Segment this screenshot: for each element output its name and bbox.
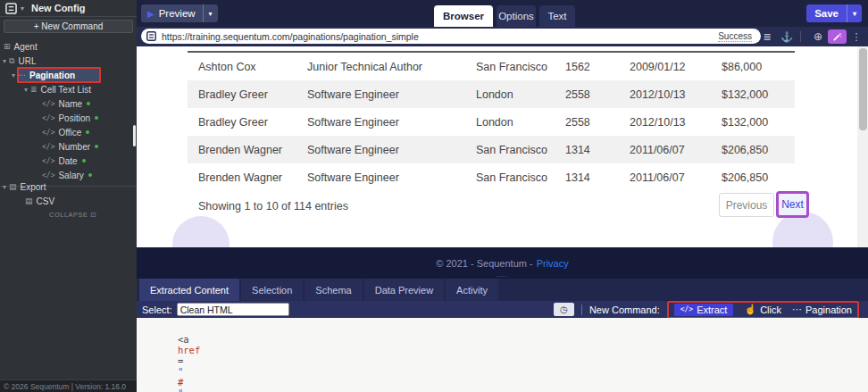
preview-button[interactable]: ▶ Preview ▾ xyxy=(141,4,218,22)
tab-activity[interactable]: Activity xyxy=(446,279,498,301)
tree-item-url[interactable]: ▾ ⧉ URL xyxy=(0,54,137,68)
save-button[interactable]: Save ▾ xyxy=(806,4,862,22)
pagination-command-button[interactable]: ⋯ Pagination xyxy=(792,304,852,315)
cell-date: 2011/06/07 xyxy=(630,144,722,156)
tree-item-name[interactable]: </> Name xyxy=(0,96,137,111)
list-icon[interactable]: ≣ xyxy=(760,27,774,46)
version-statusbar: © 2026 Sequentum | Version: 1.16.0 xyxy=(0,379,137,392)
tree-item-cell-text-list[interactable]: ▾ ≣ Cell Text List xyxy=(0,82,137,96)
config-header: ▾ New Config xyxy=(0,0,137,17)
caret-down-icon[interactable]: ▾ xyxy=(0,57,9,65)
caret-down-icon[interactable]: ▾ xyxy=(9,71,18,79)
tree-item-position[interactable]: </> Position xyxy=(0,111,137,125)
code-tag: = xyxy=(178,355,183,366)
cell-name: Brenden Wagner xyxy=(188,144,307,156)
globe-icon[interactable]: ⊕ xyxy=(811,27,825,46)
table-row[interactable]: Ashton Cox Junior Technical Author San F… xyxy=(188,53,795,80)
sidebar-scrollbar-thumb[interactable] xyxy=(133,125,136,146)
code-icon: </> xyxy=(42,100,54,108)
anchor-icon[interactable]: ⚓ xyxy=(780,27,794,46)
csv-file-icon: ▤ xyxy=(25,196,33,205)
tree-label-salary: Salary xyxy=(58,171,83,180)
table-row[interactable]: Bradley Greer Software Engineer London 2… xyxy=(188,108,795,136)
tree-label-url: URL xyxy=(18,56,36,66)
code-icon: </> xyxy=(42,129,54,137)
tree-item-agent[interactable]: ⊞ Agent xyxy=(0,39,137,54)
cell-date: 2012/10/13 xyxy=(630,116,722,129)
tree-item-export[interactable]: ▾ ▤ Export xyxy=(0,179,137,194)
panel-resize-handle[interactable]: ∙∙∙∙ xyxy=(497,272,508,279)
cell-name: Bradley Greer xyxy=(188,116,307,129)
top-toolbar: ▶ Preview ▾ Browser Options Text Save ▾ xyxy=(137,0,868,27)
select-format-input[interactable] xyxy=(177,303,289,316)
cell-number: 1562 xyxy=(565,61,630,73)
tab-browser[interactable]: Browser xyxy=(434,5,493,27)
cell-salary: $206,850 xyxy=(722,171,795,184)
kebab-menu-icon[interactable]: ⋮ xyxy=(850,27,863,46)
url-row: https://training.sequentum.com/paginatio… xyxy=(137,27,868,46)
tree-label-position: Position xyxy=(58,113,90,123)
preview-dropdown-button[interactable]: ▾ xyxy=(203,4,218,22)
previous-page-button[interactable]: Previous xyxy=(719,193,774,217)
cell-office: San Francisco xyxy=(476,171,565,184)
code-icon: </> xyxy=(42,114,54,122)
status-dot-icon xyxy=(95,145,98,148)
privacy-link[interactable]: Privacy xyxy=(537,258,569,269)
ellipsis-icon: ⋯ xyxy=(792,304,802,315)
tab-text[interactable]: Text xyxy=(539,5,575,27)
cell-salary: $206,850 xyxy=(722,144,795,156)
tab-selection[interactable]: Selection xyxy=(241,279,303,301)
tab-schema[interactable]: Schema xyxy=(305,279,362,301)
cell-position: Junior Technical Author xyxy=(307,61,476,73)
caret-down-icon[interactable]: ▾ xyxy=(21,86,30,94)
browser-scrollbar[interactable] xyxy=(857,46,868,247)
tree-item-number[interactable]: </> Number xyxy=(0,139,137,154)
new-command-button[interactable]: + New Command xyxy=(4,20,133,33)
url-text[interactable]: https://training.sequentum.com/paginatio… xyxy=(162,31,713,42)
table-row[interactable]: Brenden Wagner Software Engineer San Fra… xyxy=(188,136,795,163)
tree-label-pagination: Pagination xyxy=(29,71,75,80)
history-clock-button[interactable]: ◷ xyxy=(554,303,574,316)
cell-date: 2009/01/12 xyxy=(630,61,722,73)
code-icon: </> xyxy=(42,157,54,165)
clock-icon: ◷ xyxy=(560,304,568,314)
magic-wand-button[interactable] xyxy=(828,29,847,44)
click-command-button[interactable]: ☝ Click xyxy=(744,304,781,315)
tab-extracted-content[interactable]: Extracted Content xyxy=(139,279,239,301)
address-bar[interactable]: https://training.sequentum.com/paginatio… xyxy=(141,29,761,44)
cell-office: San Francisco xyxy=(476,144,565,156)
chevron-down-icon[interactable]: ▾ xyxy=(21,4,24,13)
table-row[interactable]: Bradley Greer Software Engineer London 2… xyxy=(188,80,795,108)
tab-data-preview[interactable]: Data Preview xyxy=(364,279,444,301)
tree-label-agent: Agent xyxy=(14,42,38,52)
scrollbar-thumb[interactable] xyxy=(859,48,867,130)
save-label: Save xyxy=(806,8,847,19)
select-toolbar: Select: ◷ New Command: </> Extract ☝ Cli… xyxy=(137,301,868,318)
extracted-content-area[interactable]: <a href = " # " >Next</a> xyxy=(137,318,868,392)
tree-item-csv[interactable]: ▤ CSV xyxy=(0,194,137,208)
cell-number: 1314 xyxy=(565,144,630,156)
cell-name: Ashton Cox xyxy=(188,61,307,73)
extract-command-button[interactable]: </> Extract xyxy=(674,304,734,316)
tree-item-office[interactable]: </> Office xyxy=(0,125,137,139)
save-dropdown-button[interactable]: ▾ xyxy=(847,4,862,22)
tab-options[interactable]: Options xyxy=(497,5,536,27)
status-badge[interactable]: Success xyxy=(718,31,752,42)
agent-icon: ⊞ xyxy=(4,42,11,51)
caret-down-icon[interactable]: ▾ xyxy=(0,183,9,191)
tree-item-pagination[interactable]: ▾ ⋯ Pagination xyxy=(0,68,137,82)
tree-item-date[interactable]: </> Date xyxy=(0,154,137,168)
collapse-button[interactable]: COLLAPSE ⊡ xyxy=(0,208,137,221)
cell-salary: $132,000 xyxy=(722,116,795,129)
table-row[interactable]: Brenden Wagner Software Engineer San Fra… xyxy=(188,163,795,191)
cell-name: Brenden Wagner xyxy=(188,171,307,184)
cell-number: 2558 xyxy=(565,116,630,129)
pagination-label: Pagination xyxy=(805,304,852,315)
cell-salary: $86,000 xyxy=(722,61,795,73)
command-tree: ⊞ Agent ▾ ⧉ URL ▾ ⋯ Pagination ▾ ≣ Cell … xyxy=(0,39,137,187)
wand-icon xyxy=(832,32,842,42)
sequentum-logo-icon xyxy=(146,31,156,41)
next-page-button[interactable]: Next xyxy=(776,191,809,218)
select-label: Select: xyxy=(142,304,172,315)
cell-position: Software Engineer xyxy=(307,171,476,184)
